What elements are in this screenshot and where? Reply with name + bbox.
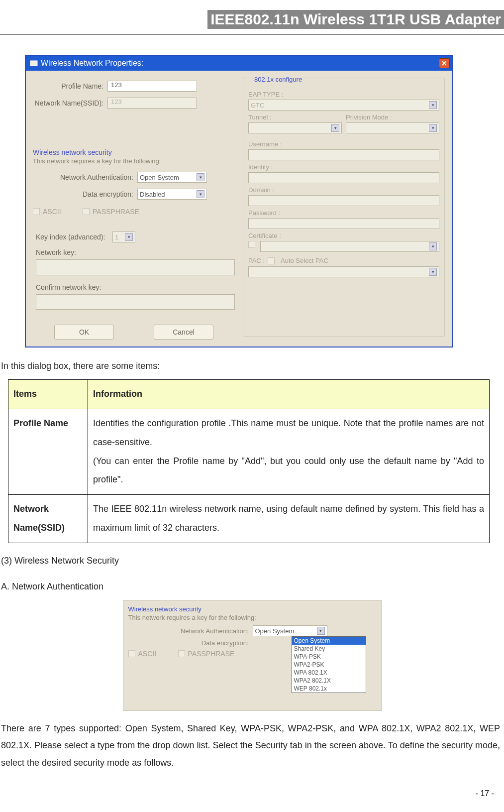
net-auth-value: Open System: [140, 174, 179, 181]
data-enc-select[interactable]: Disabled ▾: [137, 189, 207, 200]
dropdown-option[interactable]: Open System: [292, 637, 366, 645]
items-table: Items Information Profile Name Identifie…: [8, 379, 490, 543]
passphrase-checkbox: [83, 208, 90, 215]
privision-label: Privision Mode :: [346, 114, 439, 121]
tunnel-label: Tunnel :: [248, 114, 342, 121]
dropdown-option[interactable]: WPA2-PSK: [292, 661, 366, 669]
pac-select: ▾: [248, 266, 439, 277]
figure-net-auth-label: Network Authentication:: [128, 627, 253, 635]
key-index-value: 1: [115, 233, 118, 241]
figure-ascii-checkbox: [128, 650, 135, 657]
dropdown-option[interactable]: WEP 802.1x: [292, 685, 366, 693]
tunnel-select: ▾: [248, 122, 342, 133]
chevron-down-icon: ▾: [429, 268, 437, 276]
certificate-checkbox: [248, 241, 255, 248]
table-header-row: Items Information: [8, 380, 490, 409]
dialog-titlebar: Wireless Network Properties: ✕: [26, 56, 452, 71]
item-profile-name-desc-line2: (You can enter the Profile name by "Add"…: [93, 456, 484, 485]
header-items: Items: [8, 380, 88, 409]
chevron-down-icon: ▾: [331, 124, 339, 132]
item-profile-name-desc-line1: Identifies the configuration profile .Th…: [93, 418, 484, 447]
confirm-key-label: Confirm network key:: [33, 283, 117, 291]
chevron-down-icon: ▾: [125, 233, 133, 241]
password-input: [248, 218, 439, 229]
certificate-select: ▾: [260, 241, 439, 252]
8021x-title: 802.1x configure: [254, 76, 302, 83]
item-profile-name-desc: Identifies the configuration profile .Th…: [88, 409, 490, 494]
data-enc-label: Data encryption:: [33, 190, 137, 198]
passphrase-label: PASSPHRASE: [93, 208, 139, 216]
close-button[interactable]: ✕: [439, 58, 450, 68]
dropdown-option[interactable]: WPA2 802.1X: [292, 677, 366, 685]
password-label: Password :: [248, 209, 439, 217]
privision-select: ▾: [346, 122, 439, 133]
profile-name-input[interactable]: 123: [107, 81, 197, 92]
eap-type-select: GTC ▾: [248, 100, 439, 111]
svg-rect-0: [30, 61, 37, 66]
eap-type-value: GTC: [251, 102, 264, 109]
chevron-down-icon: ▾: [317, 627, 325, 635]
header-information: Information: [88, 380, 490, 409]
identity-label: Identity :: [248, 163, 439, 171]
key-index-label: Key index (advanced):: [33, 233, 112, 241]
cancel-button[interactable]: Cancel: [154, 325, 213, 340]
chevron-down-icon: ▾: [429, 242, 437, 250]
header-rule: [0, 34, 504, 35]
page-number: - 17 -: [0, 789, 494, 798]
figure-passphrase-checkbox: [178, 650, 185, 657]
security-paragraph: There are 7 types supported: Open System…: [1, 720, 500, 771]
figure-passphrase-label: PASSPHRASE: [188, 650, 235, 658]
auto-pac-label: Auto Select PAC: [281, 257, 328, 264]
dropdown-option[interactable]: WPA 802.1X: [292, 669, 366, 677]
certificate-label: Certificate :: [248, 232, 439, 239]
net-auth-select[interactable]: Open System ▾: [137, 172, 207, 183]
network-key-input: [36, 259, 235, 275]
8021x-fieldset: 802.1x configure EAP TYPE : GTC ▾ Tunnel…: [243, 78, 445, 337]
confirm-key-input: [36, 294, 235, 310]
section-a-heading: A. Network Authentication: [1, 578, 500, 595]
item-profile-name: Profile Name: [8, 409, 88, 494]
chevron-down-icon: ▾: [197, 190, 204, 198]
item-ssid-desc: The IEEE 802.11n wireless network name, …: [88, 495, 490, 543]
identity-input: [248, 172, 439, 183]
window-icon: [30, 59, 38, 67]
figure-title: Wireless network security: [128, 605, 376, 613]
auth-dropdown-list[interactable]: Open System Shared Key WPA-PSK WPA2-PSK …: [292, 636, 366, 693]
net-auth-label: Network Authentication:: [33, 173, 137, 181]
table-row: Network Name(SSID) The IEEE 802.11n wire…: [8, 495, 490, 543]
username-input: [248, 149, 439, 160]
figure-net-auth-select[interactable]: Open System ▾: [253, 625, 327, 636]
chevron-down-icon: ▾: [429, 101, 437, 109]
figure-net-auth-value: Open System: [255, 627, 295, 635]
figure-sub: This network requires a key for the foll…: [128, 614, 376, 621]
intro-text: In this dialog box, there are some items…: [1, 357, 500, 374]
ssid-label: Network Name(SSID):: [33, 99, 107, 107]
network-auth-figure: Wireless network security This network r…: [123, 600, 382, 711]
eap-type-label: EAP TYPE :: [248, 91, 439, 98]
dropdown-option[interactable]: WPA-PSK: [292, 653, 366, 661]
item-ssid: Network Name(SSID): [8, 495, 88, 543]
key-index-select: 1 ▾: [112, 232, 135, 242]
dropdown-option[interactable]: Shared Key: [292, 645, 366, 653]
page-header-banner: IEEE802.11n Wireless 1T1R USB Adapter: [207, 10, 504, 29]
ascii-checkbox: [33, 208, 40, 215]
figure-ascii-label: ASCII: [138, 650, 178, 658]
chevron-down-icon: ▾: [197, 173, 204, 181]
pac-label: PAC :: [248, 257, 265, 264]
ascii-label: ASCII: [43, 208, 83, 216]
dialog-title: Wireless Network Properties:: [41, 59, 143, 68]
table-row: Profile Name Identifies the configuratio…: [8, 409, 490, 494]
domain-label: Domain :: [248, 186, 439, 194]
username-label: Username :: [248, 140, 439, 148]
auto-pac-checkbox: [268, 257, 275, 264]
figure-data-enc-label: Data encryption:: [128, 639, 253, 647]
ok-button[interactable]: OK: [54, 325, 114, 340]
network-key-label: Network key:: [33, 248, 83, 256]
security-section-title: Wireless network security: [33, 148, 235, 156]
section-3-heading: (3) Wireless Network Security: [1, 552, 500, 569]
profile-name-label: Profile Name:: [33, 82, 107, 90]
domain-input: [248, 195, 439, 206]
data-enc-value: Disabled: [140, 191, 165, 198]
security-section-sub: This network requires a key for the foll…: [33, 157, 235, 165]
wireless-properties-dialog: Wireless Network Properties: ✕ Profile N…: [25, 55, 453, 348]
